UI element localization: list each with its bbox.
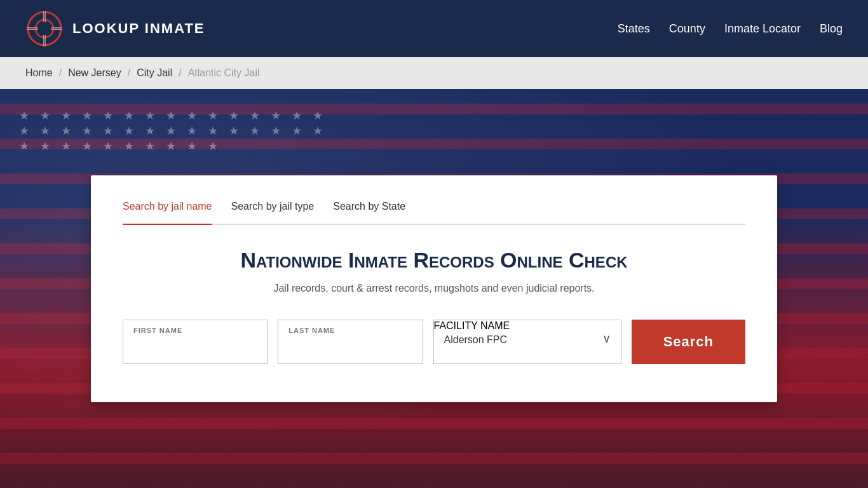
last-name-field: LAST NAME — [278, 320, 423, 364]
search-form: FIRST NAME LAST NAME FACILITY NAME Alder… — [123, 320, 745, 364]
first-name-field: FIRST NAME — [123, 320, 268, 364]
first-name-input[interactable] — [123, 334, 267, 363]
last-name-input[interactable] — [278, 334, 422, 363]
last-name-label: LAST NAME — [278, 320, 422, 334]
header: LOOKUP INMATE States County Inmate Locat… — [0, 0, 868, 57]
facility-value: Alderson FPC — [444, 332, 508, 346]
page-title: Nationwide Inmate Records Online Check — [123, 248, 745, 273]
search-tabs: Search by jail name Search by jail type … — [123, 201, 745, 225]
breadcrumb-home[interactable]: Home — [25, 67, 53, 79]
facility-select-wrapper[interactable]: Alderson FPC ∨ — [434, 332, 621, 352]
nav-states[interactable]: States — [618, 22, 650, 36]
nav-county[interactable]: County — [669, 22, 705, 36]
nav-inmate-locator[interactable]: Inmate Locator — [724, 22, 801, 36]
facility-label: FACILITY NAME — [434, 320, 621, 332]
breadcrumb-sep-3: / — [179, 67, 181, 79]
logo-icon — [25, 10, 64, 48]
breadcrumb-city-jail[interactable]: City Jail — [137, 67, 172, 79]
main-nav: States County Inmate Locator Blog — [618, 22, 843, 36]
breadcrumb: Home / New Jersey / City Jail / Atlantic… — [0, 57, 868, 89]
logo-link[interactable]: LOOKUP INMATE — [25, 10, 205, 48]
logo-text: LOOKUP INMATE — [72, 20, 205, 37]
page-subtitle: Jail records, court & arrest records, mu… — [123, 283, 745, 294]
chevron-down-icon[interactable]: ∨ — [602, 332, 611, 346]
tab-search-by-state[interactable]: Search by State — [333, 201, 405, 215]
breadcrumb-atlantic-city-jail: Atlantic City Jail — [188, 67, 260, 79]
first-name-label: FIRST NAME — [123, 320, 267, 334]
tab-search-by-jail-name[interactable]: Search by jail name — [123, 201, 212, 225]
tab-search-by-jail-type[interactable]: Search by jail type — [231, 201, 315, 215]
hero-section: Search by jail name Search by jail type … — [0, 89, 868, 488]
facility-field[interactable]: FACILITY NAME Alderson FPC ∨ — [433, 320, 621, 364]
nav-blog[interactable]: Blog — [820, 22, 843, 36]
breadcrumb-sep-2: / — [128, 67, 130, 79]
breadcrumb-sep-1: / — [59, 67, 62, 79]
breadcrumb-new-jersey[interactable]: New Jersey — [68, 67, 121, 79]
svg-point-1 — [36, 20, 53, 37]
search-card: Search by jail name Search by jail type … — [91, 175, 777, 402]
search-button[interactable]: Search — [632, 320, 745, 364]
